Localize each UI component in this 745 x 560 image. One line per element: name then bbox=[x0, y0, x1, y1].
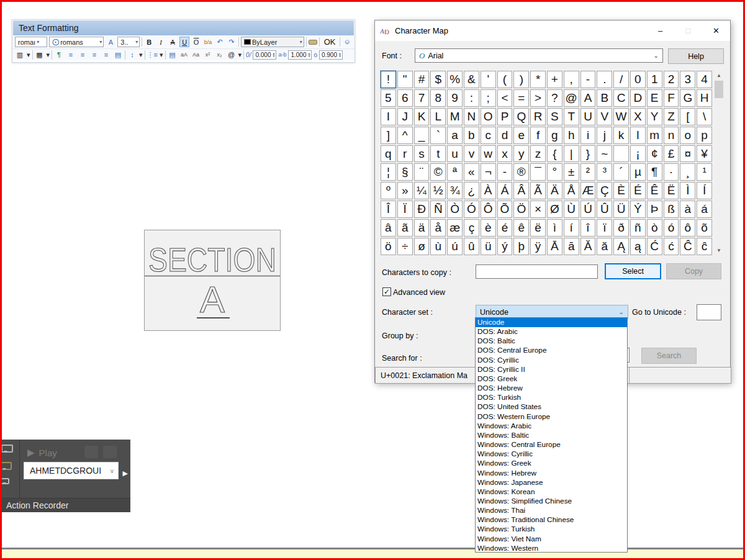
char-cell[interactable]: Ç bbox=[597, 182, 612, 199]
font-name-combo[interactable]: ⨀romans▾ bbox=[49, 37, 104, 47]
char-cell[interactable]: ¸ bbox=[680, 163, 695, 181]
char-cell[interactable]: ~ bbox=[597, 145, 612, 163]
char-cell[interactable]: c bbox=[481, 127, 496, 144]
command-line-strip[interactable] bbox=[2, 548, 743, 558]
dropdown-item[interactable]: DOS: Hebrew bbox=[476, 384, 627, 393]
align-center-icon[interactable]: ≡ bbox=[78, 50, 88, 60]
char-cell[interactable]: @ bbox=[564, 89, 579, 107]
char-cell[interactable]: ] bbox=[381, 127, 396, 144]
char-cell[interactable]: i bbox=[580, 127, 596, 144]
scroll-up-button[interactable]: ▲ bbox=[714, 71, 724, 80]
char-cell[interactable]: = bbox=[513, 89, 529, 107]
char-cell[interactable]: ? bbox=[547, 89, 562, 107]
dropdown-item[interactable]: DOS: Cyrillic bbox=[476, 356, 627, 365]
uppercase-button[interactable]: aA bbox=[179, 50, 189, 60]
width-factor-field[interactable]: 0.900▲▼ bbox=[319, 50, 343, 60]
char-cell[interactable]: { bbox=[547, 145, 562, 163]
char-cell[interactable]: · bbox=[664, 163, 679, 181]
char-cell[interactable]: ) bbox=[513, 71, 529, 88]
char-cell[interactable]: Ô bbox=[481, 201, 496, 218]
char-cell[interactable]: j bbox=[597, 127, 612, 144]
align-left-icon[interactable]: ≡ bbox=[66, 50, 76, 60]
message-icon[interactable] bbox=[0, 478, 9, 484]
char-cell[interactable]: ª bbox=[447, 163, 463, 181]
char-cell[interactable]: y bbox=[513, 145, 529, 163]
dropdown-item[interactable]: Windows: Traditional Chinese bbox=[476, 515, 627, 525]
char-cell[interactable]: ¥ bbox=[697, 145, 712, 163]
char-cell[interactable]: æ bbox=[447, 219, 463, 237]
char-cell[interactable]: A bbox=[580, 89, 596, 107]
underline-button[interactable]: U bbox=[179, 37, 189, 47]
char-cell[interactable]: 8 bbox=[430, 89, 446, 107]
dropdown-item[interactable]: Windows: Arabic bbox=[476, 422, 627, 431]
char-cell[interactable]: ( bbox=[497, 71, 513, 88]
char-cell[interactable]: ç bbox=[464, 219, 479, 237]
char-cell[interactable]: ^ bbox=[397, 127, 413, 144]
char-cell[interactable]: f bbox=[530, 127, 546, 144]
symbol-button[interactable]: @ bbox=[227, 50, 237, 60]
char-cell[interactable]: õ bbox=[697, 219, 712, 237]
title-bar[interactable]: AÐ Character Map – □ ✕ bbox=[375, 20, 730, 41]
char-cell[interactable]: ą bbox=[630, 238, 646, 255]
char-cell[interactable]: k bbox=[613, 127, 629, 144]
char-cell[interactable]: Q bbox=[513, 108, 529, 125]
char-cell[interactable]: F bbox=[664, 89, 679, 107]
char-cell[interactable]: g bbox=[547, 127, 562, 144]
play-button[interactable]: ▶ Play bbox=[27, 447, 57, 458]
spinner-arrows[interactable]: ▲▼ bbox=[307, 52, 310, 57]
char-cell[interactable]: 5 bbox=[381, 89, 396, 107]
oblique-angle-field[interactable]: 0.000▲▼ bbox=[253, 50, 276, 60]
char-cell[interactable]: þ bbox=[513, 238, 529, 255]
close-button[interactable]: ✕ bbox=[702, 20, 730, 40]
char-cell[interactable]: ² bbox=[580, 163, 596, 181]
char-cell[interactable]: × bbox=[530, 201, 546, 218]
char-cell[interactable]: o bbox=[680, 127, 695, 144]
char-cell[interactable]: " bbox=[397, 71, 413, 88]
char-cell[interactable]: Ì bbox=[680, 182, 695, 199]
char-cell[interactable]: Á bbox=[497, 182, 513, 199]
char-cell[interactable]: À bbox=[481, 182, 496, 199]
char-cell[interactable]: Þ bbox=[647, 201, 662, 218]
char-cell[interactable]: J bbox=[397, 108, 413, 125]
dropdown-item[interactable]: DOS: Greek bbox=[476, 374, 627, 384]
char-cell[interactable]: Ä bbox=[547, 182, 562, 199]
spinner-arrows[interactable]: ▲▼ bbox=[272, 52, 275, 57]
text-height-combo[interactable]: 3..▾ bbox=[117, 37, 140, 47]
char-cell[interactable]: $ bbox=[430, 71, 446, 88]
char-cell[interactable]: ¢ bbox=[647, 145, 662, 163]
char-cell[interactable]: ¹ bbox=[697, 163, 712, 181]
char-cell[interactable]: e bbox=[513, 127, 529, 144]
overline-button[interactable]: O bbox=[191, 37, 201, 47]
char-cell[interactable]: ô bbox=[680, 219, 695, 237]
dropdown-item[interactable]: Windows: Central Europe bbox=[476, 440, 627, 449]
char-cell[interactable]: % bbox=[447, 71, 463, 88]
char-cell[interactable]: á bbox=[697, 201, 712, 218]
char-cell[interactable]: ¼ bbox=[414, 182, 430, 199]
char-cell[interactable]: M bbox=[447, 108, 463, 125]
advanced-view-label[interactable]: Advanced view bbox=[393, 288, 445, 297]
numbering-icon[interactable]: ⋮≡ bbox=[147, 50, 158, 60]
char-cell[interactable]: - bbox=[497, 163, 513, 181]
char-cell[interactable]: â bbox=[381, 219, 396, 237]
options-icon[interactable]: ⎉ bbox=[342, 37, 352, 47]
char-cell[interactable]: Ø bbox=[547, 201, 562, 218]
char-cell[interactable]: ½ bbox=[430, 182, 446, 199]
char-cell[interactable]: \ bbox=[697, 108, 712, 125]
char-cell[interactable]: 1 bbox=[647, 71, 662, 88]
char-cell[interactable]: Ê bbox=[647, 182, 662, 199]
dropdown-item[interactable]: DOS: Turkish bbox=[476, 393, 627, 402]
char-cell[interactable]: X bbox=[630, 108, 646, 125]
char-cell[interactable]: a bbox=[447, 127, 463, 144]
char-cell[interactable]: w bbox=[481, 145, 496, 163]
text-color-combo[interactable]: ByLayer▾ bbox=[241, 37, 304, 47]
char-cell[interactable]: ÿ bbox=[530, 238, 546, 255]
tracking-field[interactable]: 1.000▲▼ bbox=[288, 50, 312, 60]
char-cell[interactable]: l bbox=[630, 127, 646, 144]
char-cell[interactable]: ê bbox=[513, 219, 529, 237]
char-cell[interactable]: 3 bbox=[680, 71, 695, 88]
comment-bubble-icon[interactable] bbox=[1, 445, 13, 453]
char-cell[interactable]: ñ bbox=[630, 219, 646, 237]
char-cell[interactable]: Ĉ bbox=[680, 238, 695, 255]
subscript-button[interactable]: x₂ bbox=[215, 50, 225, 60]
stack-button[interactable]: b/a bbox=[203, 37, 213, 47]
